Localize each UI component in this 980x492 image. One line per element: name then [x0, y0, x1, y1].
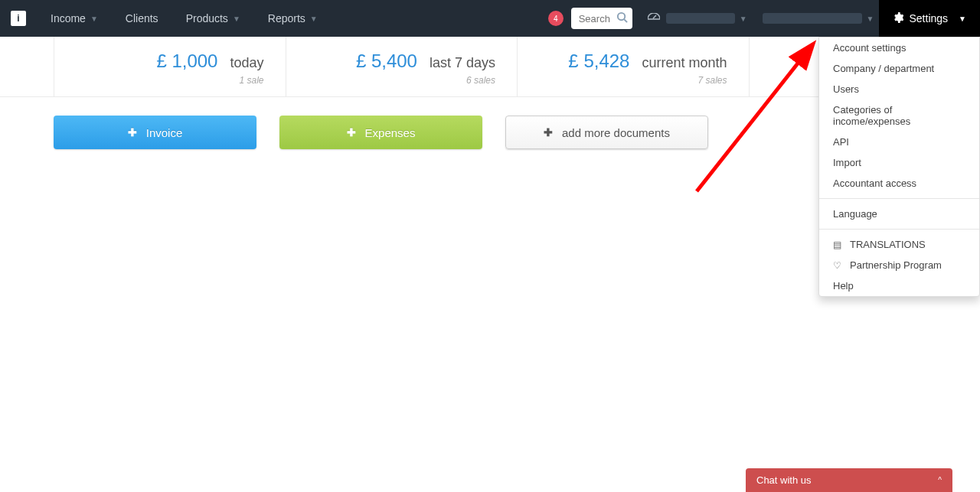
gear-icon: [893, 12, 903, 25]
summary-label: current month: [642, 55, 727, 70]
plus-icon: ✚: [347, 126, 356, 138]
menu-account-settings[interactable]: Account settings: [819, 37, 979, 58]
summary-today: £ 1,000today 1 sale: [54, 37, 286, 96]
invoice-label: Invoice: [146, 126, 183, 139]
invoice-button[interactable]: ✚ Invoice: [54, 116, 256, 149]
nav-reports-label: Reports: [268, 12, 305, 24]
menu-company[interactable]: Company / department: [819, 58, 979, 79]
account-selector-1[interactable]: ▼: [666, 13, 747, 24]
search-icon: [616, 11, 628, 25]
settings-button[interactable]: Settings ▼: [879, 0, 981, 37]
menu-categories[interactable]: Categories of income/expenses: [819, 99, 979, 132]
redacted-text: [666, 13, 735, 24]
expenses-label: Expenses: [365, 126, 416, 139]
settings-dropdown: Account settings Company / department Us…: [818, 37, 980, 168]
nav-left: i Income ▼ Clients Products ▼ Reports ▼: [0, 0, 332, 37]
summary-sub: 6 sales: [308, 75, 496, 86]
nav-income-label: Income: [51, 12, 86, 24]
caret-icon: ▼: [867, 15, 874, 23]
settings-label: Settings: [910, 12, 949, 24]
summary-month: £ 5,428current month 7 sales: [517, 37, 749, 96]
summary-label: last 7 days: [430, 55, 495, 70]
nav-products[interactable]: Products ▼: [172, 0, 254, 37]
caret-icon: ▼: [233, 15, 240, 23]
plus-icon: ✚: [544, 126, 553, 138]
logo[interactable]: i: [11, 11, 26, 26]
summary-amount: £ 5,428: [568, 51, 629, 71]
nav-reports[interactable]: Reports ▼: [254, 0, 332, 37]
search-box: [571, 8, 632, 29]
redacted-text: [763, 13, 862, 24]
summary-sub: 1 sale: [76, 75, 264, 86]
nav-income[interactable]: Income ▼: [37, 0, 112, 37]
account-selector-2[interactable]: ▼: [763, 13, 874, 24]
plus-icon: ✚: [128, 126, 137, 138]
notification-badge[interactable]: 4: [548, 11, 564, 26]
summary-amount: £ 5,400: [356, 51, 417, 71]
summary-amount: £ 1,000: [156, 51, 217, 71]
menu-api[interactable]: API: [819, 132, 979, 152]
nav-products-label: Products: [186, 12, 228, 24]
caret-icon: ▼: [90, 15, 98, 23]
svg-point-0: [618, 13, 625, 20]
nav-right: 4 ▼ ▼ Settings ▼: [548, 0, 980, 37]
summary-week: £ 5,400last 7 days 6 sales: [286, 37, 518, 96]
navbar: i Income ▼ Clients Products ▼ Reports ▼ …: [0, 0, 980, 37]
summary-sub: 7 sales: [539, 75, 727, 86]
caret-icon: ▼: [740, 15, 747, 23]
menu-users[interactable]: Users: [819, 79, 979, 99]
add-more-label: add more documents: [562, 126, 670, 139]
svg-line-1: [624, 19, 627, 22]
caret-icon: ▼: [310, 15, 318, 23]
dashboard-icon[interactable]: [648, 12, 660, 24]
summary-spacer: [0, 37, 54, 96]
nav-clients[interactable]: Clients: [112, 0, 172, 37]
menu-import[interactable]: Import: [819, 152, 979, 168]
summary-label: today: [230, 55, 263, 70]
caret-icon: ▼: [959, 15, 966, 23]
nav-clients-label: Clients: [126, 12, 158, 24]
expenses-button[interactable]: ✚ Expenses: [279, 116, 482, 149]
add-more-button[interactable]: ✚ add more documents: [505, 116, 708, 149]
